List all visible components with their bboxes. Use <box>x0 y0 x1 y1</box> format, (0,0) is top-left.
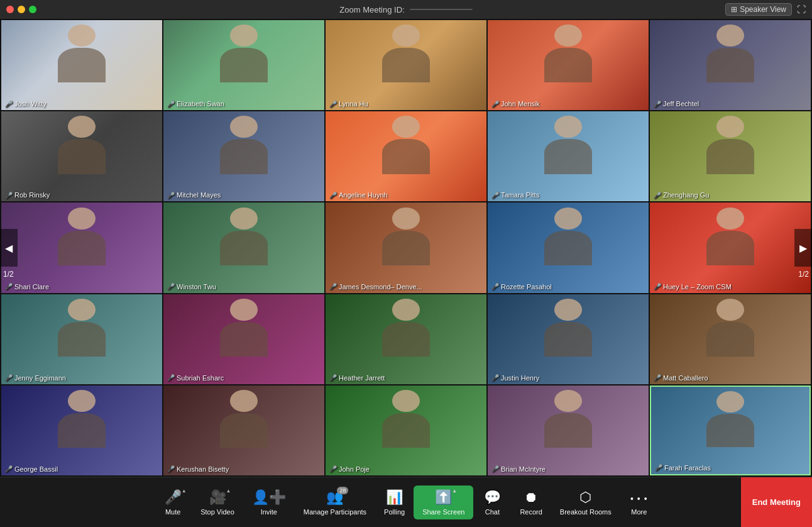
participant-name-rob-rinsky: 🎤 Rob Rinsky <box>5 191 50 199</box>
invite-button[interactable]: 👤➕ Invite <box>243 489 295 516</box>
manage-participants-button[interactable]: 👥 28 Manage Participants <box>295 489 375 516</box>
mute-icon: 🎤 ▲ <box>165 489 182 506</box>
mic-muted-icon: 🎤 <box>167 465 175 472</box>
speaker-view-button[interactable]: ⊞ Speaker View <box>725 3 792 16</box>
video-cell-jeff-bechtel[interactable]: 🎤 Jeff Bechtel <box>650 20 811 110</box>
video-cell-angeline-huynh[interactable]: 🎤 Angeline Huynh <box>326 111 486 201</box>
mic-muted-icon: 🎤 <box>167 101 175 108</box>
participant-name-shari-clare: 🎤 Shari Clare <box>5 283 49 291</box>
mic-muted-icon: 🎤 <box>491 465 499 472</box>
speaker-view-label: Speaker View <box>740 5 786 14</box>
video-caret[interactable]: ▲ <box>226 488 231 494</box>
video-cell-matt-caballero[interactable]: 🎤 Matt Caballero <box>650 294 811 384</box>
stop-video-button[interactable]: 🎥 ▲ Stop Video <box>192 489 243 516</box>
participant-name-farah-faraclas: 🎤 Farah Faraclas <box>655 464 711 472</box>
fullscreen-button[interactable]: ⛶ <box>797 4 806 14</box>
invite-icon: 👤➕ <box>252 489 286 506</box>
breakout-rooms-icon: ⬡ <box>579 489 591 506</box>
video-cell-josh-witty[interactable]: 🎤 Josh Witty <box>1 20 162 110</box>
participant-name-lynna-hu: 🎤 Lynna Hu <box>329 100 368 108</box>
participant-name-elizabeth-swan: 🎤 Elizabeth Swan <box>167 100 224 108</box>
end-meeting-button[interactable]: End Meeting <box>741 477 812 527</box>
video-cell-tamara-pitts[interactable]: 🎤 Tamara Pitts <box>488 111 649 201</box>
mute-button[interactable]: 🎤 ▲ Mute <box>154 489 192 516</box>
maximize-button[interactable] <box>29 6 36 13</box>
video-cell-rozette-pasahol[interactable]: 🎤 Rozette Pasahol <box>488 202 649 292</box>
participant-name-brian-mcintyre: 🎤 Brian McIntyre <box>491 465 546 473</box>
window-controls[interactable] <box>6 6 36 13</box>
video-cell-rob-rinsky[interactable]: 🎤 Rob Rinsky <box>1 111 162 201</box>
participant-name-zhenghang-gu: 🎤 Zhenghang Gu <box>654 191 709 199</box>
participant-name-jenny-eggimann: 🎤 Jenny Eggimann <box>5 374 66 382</box>
mic-muted-icon: 🎤 <box>329 192 337 199</box>
share-caret[interactable]: ▲ <box>452 488 457 494</box>
participants-icon: 👥 28 <box>326 489 343 506</box>
record-icon: ⏺ <box>524 489 538 506</box>
mic-muted-icon: 🎤 <box>654 101 661 108</box>
participant-name-matt-caballero: 🎤 Matt Caballero <box>654 374 708 382</box>
video-cell-subriah-esharc[interactable]: 🎤 Subriah Esharc <box>163 294 324 384</box>
video-cell-john-mensik[interactable]: 🎤 John Mensik <box>488 20 649 110</box>
mic-muted-icon: 🎤 <box>654 192 661 199</box>
invite-label: Invite <box>261 508 277 516</box>
mute-caret[interactable]: ▲ <box>182 488 187 494</box>
end-meeting-label: End Meeting <box>752 497 801 507</box>
more-icon <box>630 489 647 506</box>
mic-muted-icon: 🎤 <box>329 374 337 381</box>
mic-muted-icon: 🎤 <box>167 374 175 381</box>
prev-page-button[interactable]: ◀ <box>0 229 18 267</box>
participant-name-huey-le: 🎤 Huey Le – Zoom CSM <box>654 283 732 291</box>
close-button[interactable] <box>6 6 14 13</box>
minimize-button[interactable] <box>18 6 25 13</box>
participant-name-josh-witty: 🎤 Josh Witty <box>5 100 47 108</box>
chat-label: Chat <box>485 508 500 516</box>
video-cell-james-desmond[interactable]: 🎤 James Desmond– Denve... <box>326 202 486 292</box>
meeting-id <box>410 9 473 10</box>
participant-name-winston-twu: 🎤 Winston Twu <box>167 283 216 291</box>
video-cell-lynna-hu[interactable]: 🎤 Lynna Hu <box>326 20 486 110</box>
video-cell-george-bassil[interactable]: 🎤 George Bassil <box>1 386 162 475</box>
share-screen-label: Share Screen <box>422 508 464 516</box>
mic-muted-icon: 🎤 <box>167 283 175 290</box>
video-cell-heather-jarrett[interactable]: 🎤 Heather Jarrett <box>326 294 486 384</box>
video-cell-justin-henry[interactable]: 🎤 Justin Henry <box>488 294 649 384</box>
participant-name-mitchel-mayes: 🎤 Mitchel Mayes <box>167 191 221 199</box>
polling-button[interactable]: 📊 Polling <box>375 489 414 516</box>
next-page-button[interactable]: ▶ <box>794 229 812 267</box>
video-cell-kerushan-bisetty[interactable]: 🎤 Kerushan Bisetty <box>163 386 324 475</box>
mic-muted-icon: 🎤 <box>5 374 13 381</box>
zoom-meeting-label: Zoom Meeting ID: <box>339 5 404 14</box>
video-cell-john-poje[interactable]: 🎤 John Poje <box>326 386 486 475</box>
video-cell-brian-mcintyre[interactable]: 🎤 Brian McIntyre <box>488 386 649 475</box>
participant-name-james-desmond: 🎤 James Desmond– Denve... <box>329 283 422 291</box>
chat-button[interactable]: 💬 Chat <box>473 489 511 516</box>
breakout-rooms-label: Breakout Rooms <box>560 508 612 516</box>
video-cell-huey-le[interactable]: 🎤 Huey Le – Zoom CSM <box>650 202 811 292</box>
video-cell-zhenghang-gu[interactable]: 🎤 Zhenghang Gu <box>650 111 811 201</box>
manage-participants-label: Manage Participants <box>304 508 366 516</box>
video-cell-mitchel-mayes[interactable]: 🎤 Mitchel Mayes <box>163 111 324 201</box>
toolbar: 🎤 ▲ Mute 🎥 ▲ Stop Video 👤➕ Invite 👥 28 M… <box>0 477 812 527</box>
more-button[interactable]: More <box>620 489 658 516</box>
video-cell-winston-twu[interactable]: 🎤 Winston Twu <box>163 202 324 292</box>
mic-muted-icon: 🎤 <box>329 465 337 472</box>
mute-label: Mute <box>165 508 180 516</box>
mic-muted-icon: 🎤 <box>654 283 661 290</box>
breakout-rooms-button[interactable]: ⬡ Breakout Rooms <box>551 489 620 516</box>
video-cell-jenny-eggimann[interactable]: 🎤 Jenny Eggimann <box>1 294 162 384</box>
participant-name-kerushan-bisetty: 🎤 Kerushan Bisetty <box>167 465 229 473</box>
title-text: Zoom Meeting ID: <box>339 5 472 14</box>
video-cell-shari-clare[interactable]: 🎤 Shari Clare <box>1 202 162 292</box>
title-bar-right: ⊞ Speaker View ⛶ <box>725 3 806 16</box>
participant-name-justin-henry: 🎤 Justin Henry <box>491 374 539 382</box>
video-cell-farah-faraclas[interactable]: 🎤 Farah Faraclas <box>650 386 811 475</box>
participant-name-john-mensik: 🎤 John Mensik <box>491 100 540 108</box>
chat-icon: 💬 <box>484 489 501 506</box>
mic-muted-icon: 🎤 <box>5 192 13 199</box>
participant-name-rozette-pasahol: 🎤 Rozette Pasahol <box>491 283 552 291</box>
share-screen-button[interactable]: ⬆️ ▲ Share Screen <box>414 485 473 519</box>
video-grid: 🎤 Josh Witty 🎤 Elizabeth Swan 🎤 Lynna Hu <box>0 19 812 477</box>
record-button[interactable]: ⏺ Record <box>511 489 551 516</box>
speaker-view-icon: ⊞ <box>731 5 737 14</box>
video-cell-elizabeth-swan[interactable]: 🎤 Elizabeth Swan <box>163 20 324 110</box>
